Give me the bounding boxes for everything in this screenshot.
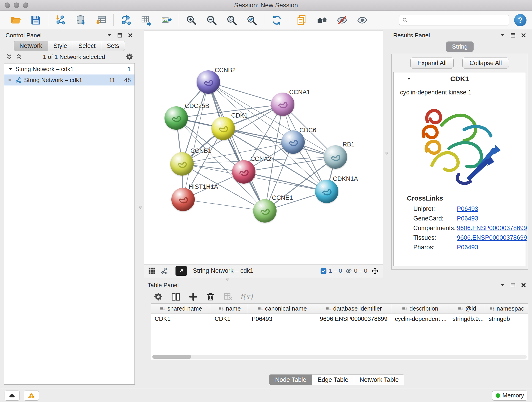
network-node-CCNE1[interactable] xyxy=(253,199,277,223)
close-panel-button[interactable] xyxy=(127,32,133,38)
network-collection-row[interactable]: String Network – cdk1 1 xyxy=(4,64,134,75)
network-node-CDC6[interactable] xyxy=(281,130,305,154)
cell-id[interactable]: stringdb:9... xyxy=(449,314,485,324)
tab-network-table[interactable]: Network Table xyxy=(354,375,405,385)
float-panel-button[interactable] xyxy=(117,32,123,38)
zoom-selected-button[interactable] xyxy=(242,12,262,28)
refresh-button[interactable] xyxy=(267,12,287,28)
crosslink-pharos-link[interactable]: P06493 xyxy=(457,244,478,251)
zoom-out-button[interactable] xyxy=(201,12,222,28)
crosslink-compartments-link[interactable]: 9606.ENSP00000378699 xyxy=(457,225,527,232)
crosslink-uniprot-link[interactable]: P06493 xyxy=(457,205,478,212)
disclosure-triangle-icon[interactable] xyxy=(8,66,13,71)
grid-view-button[interactable] xyxy=(147,266,157,275)
panel-menu-button[interactable] xyxy=(500,282,505,288)
network-node-CCNA1[interactable] xyxy=(271,93,294,116)
protein-card-header[interactable]: CDK1 xyxy=(394,72,526,85)
cell-namespace[interactable]: stringdb xyxy=(485,314,528,324)
cloud-services-button[interactable] xyxy=(5,390,20,401)
collapse-all-button[interactable]: Collapse All xyxy=(462,57,509,69)
warnings-button[interactable] xyxy=(24,390,39,401)
network-node-CCNB2[interactable] xyxy=(196,70,220,94)
home-button[interactable] xyxy=(312,12,332,28)
new-network-from-table-button[interactable] xyxy=(136,12,156,28)
tab-sets[interactable]: Sets xyxy=(101,41,125,51)
import-network-from-file-button[interactable] xyxy=(51,12,71,28)
cell-canonical-name[interactable]: P06493 xyxy=(248,314,316,324)
memory-button[interactable]: Memory xyxy=(492,390,527,401)
bottom-splitter-handle[interactable] xyxy=(226,278,229,281)
network-row[interactable]: String Network – cdk1 11 48 xyxy=(4,75,134,85)
table-row[interactable]: CDK1 CDK1 P06493 9606.ENSP00000378699 cy… xyxy=(151,314,528,324)
network-node-CCNA2[interactable] xyxy=(232,160,255,184)
scrollbar-thumb[interactable] xyxy=(152,355,191,359)
zoom-fit-button[interactable] xyxy=(222,12,242,28)
network-node-RB1[interactable] xyxy=(324,145,347,169)
network-node-CDKN1A[interactable] xyxy=(315,180,338,203)
network-node-CCNB1[interactable] xyxy=(170,152,194,176)
float-panel-button[interactable] xyxy=(510,32,516,38)
table-options-button[interactable] xyxy=(153,292,164,302)
network-edge-CCNA2-CDKN1A[interactable] xyxy=(244,172,327,191)
column-header-database-identifier[interactable]: database identifier xyxy=(316,304,391,313)
panel-menu-button[interactable] xyxy=(106,32,112,38)
search-input[interactable] xyxy=(410,17,506,24)
selected-checkbox-icon[interactable] xyxy=(320,268,327,274)
pan-mode-button[interactable] xyxy=(370,266,380,275)
float-panel-button[interactable] xyxy=(510,282,516,288)
cell-name[interactable]: CDK1 xyxy=(211,314,248,324)
help-button[interactable]: ? xyxy=(514,14,526,26)
network-edge-CCNB2-CCNE1[interactable] xyxy=(208,82,265,211)
network-edge-HIST1H1A-CCNE1[interactable] xyxy=(183,199,265,211)
hidden-eye-slash-icon[interactable] xyxy=(345,268,352,274)
column-header-namespace[interactable]: namespac xyxy=(485,304,528,313)
crosslink-genecard-link[interactable]: P06493 xyxy=(457,215,478,222)
horizontal-scrollbar[interactable] xyxy=(152,355,527,359)
close-panel-button[interactable] xyxy=(520,32,526,38)
delete-table-button-disabled[interactable] xyxy=(223,292,233,302)
tab-edge-table[interactable]: Edge Table xyxy=(312,375,354,385)
disclosure-triangle-icon[interactable] xyxy=(406,76,412,81)
import-table-from-file-button[interactable] xyxy=(91,12,111,28)
expand-all-button[interactable]: Expand All xyxy=(410,57,454,69)
birds-eye-view-button[interactable] xyxy=(352,12,372,28)
add-column-button[interactable] xyxy=(188,292,198,302)
cell-description[interactable]: cyclin-dependent ... xyxy=(391,314,449,324)
network-node-CDC25B[interactable] xyxy=(165,106,188,130)
tab-select[interactable]: Select xyxy=(73,41,101,51)
column-header-id[interactable]: @id xyxy=(449,304,485,313)
hide-graphics-details-button[interactable] xyxy=(332,12,352,28)
tab-node-table[interactable]: Node Table xyxy=(269,375,312,385)
import-network-from-database-button[interactable] xyxy=(71,12,91,28)
new-network-button[interactable] xyxy=(116,12,136,28)
column-header-name[interactable]: name xyxy=(211,304,248,313)
column-header-canonical-name[interactable]: canonical name xyxy=(248,304,316,313)
close-panel-button[interactable] xyxy=(520,282,526,288)
save-session-button[interactable] xyxy=(26,12,46,28)
cell-shared-name[interactable]: CDK1 xyxy=(151,314,211,324)
delete-column-button[interactable] xyxy=(205,292,216,302)
network-node-HIST1H1A[interactable] xyxy=(171,188,195,211)
column-header-description[interactable]: description xyxy=(391,304,449,313)
network-options-gear-icon[interactable] xyxy=(126,53,133,61)
detach-view-button[interactable] xyxy=(176,266,187,276)
network-view-list-button[interactable] xyxy=(160,266,169,275)
expand-all-chevrons-icon[interactable] xyxy=(15,53,22,60)
cell-database-identifier[interactable]: 9606.ENSP00000378699 xyxy=(316,314,391,324)
export-image-button[interactable] xyxy=(156,12,177,28)
string-results-tab[interactable]: String xyxy=(446,41,474,52)
right-splitter-handle[interactable] xyxy=(385,152,388,154)
open-session-button[interactable] xyxy=(6,12,26,28)
network-node-CDK1[interactable] xyxy=(211,117,235,140)
collapse-all-chevrons-icon[interactable] xyxy=(6,53,13,60)
crosslink-tissues-link[interactable]: 9606.ENSP00000378699 xyxy=(457,234,527,241)
clone-network-button[interactable] xyxy=(292,12,312,28)
function-builder-button[interactable]: f(x) xyxy=(240,293,253,301)
panel-menu-button[interactable] xyxy=(500,32,505,38)
left-splitter-handle[interactable] xyxy=(139,206,142,209)
select-columns-button[interactable] xyxy=(171,292,181,302)
tab-network[interactable]: Network xyxy=(14,41,48,51)
tab-style[interactable]: Style xyxy=(48,41,73,51)
network-canvas[interactable]: CCNB2CCNA1CDC25BCDK1CDC6RB1CCNB1CCNA2CDK… xyxy=(144,31,383,264)
zoom-in-button[interactable] xyxy=(181,12,201,28)
